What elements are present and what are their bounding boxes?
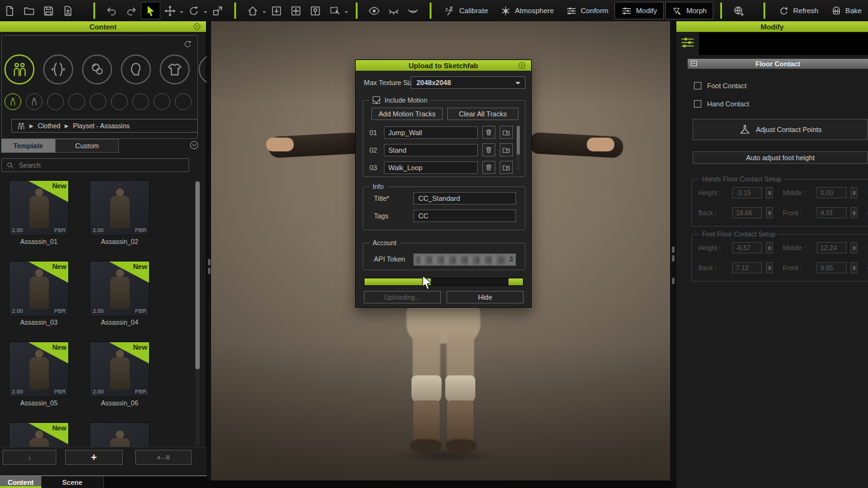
subcategory-empty-slot[interactable] — [47, 93, 64, 110]
hands-front-spinner[interactable] — [850, 207, 857, 218]
delete-track-icon[interactable] — [482, 143, 495, 156]
track-name-input[interactable] — [384, 161, 478, 174]
asset-thumbnail[interactable] — [90, 422, 150, 447]
eye-closed-icon[interactable] — [384, 2, 403, 19]
morph-button[interactable]: Morph — [665, 2, 714, 19]
open-folder-icon[interactable] — [19, 2, 39, 19]
conform-button[interactable]: Conform — [560, 2, 614, 19]
bake-button[interactable]: Bake — [825, 2, 868, 19]
grid-scrollbar[interactable] — [195, 180, 200, 445]
select-cursor-icon[interactable] — [141, 2, 160, 19]
hands-back-field[interactable]: 18.66 — [732, 207, 762, 218]
home-dropdown-caret[interactable] — [262, 11, 266, 15]
hide-button[interactable]: Hide — [447, 291, 524, 303]
marquee-select-icon[interactable] — [325, 2, 344, 19]
eye-open-icon[interactable] — [364, 2, 384, 19]
subcategory-avatar-icon[interactable] — [4, 93, 21, 110]
hand-contact-row[interactable]: Hand Contact — [694, 100, 749, 108]
download-asset-button[interactable]: ↓ — [3, 450, 56, 465]
tab-custom[interactable]: Custom — [55, 139, 119, 153]
tab-template[interactable]: Template — [1, 139, 55, 153]
subcategory-empty-slot[interactable] — [111, 93, 128, 110]
breadcrumb[interactable]: ▶ Clothed ▶ Playset - Assassins — [11, 119, 198, 133]
category-clothes-icon[interactable] — [160, 54, 190, 84]
fit-view-icon[interactable] — [286, 2, 306, 19]
bottom-tab-scene[interactable]: Scene — [41, 476, 104, 488]
adjust-contact-points-button[interactable]: Adjust Contact Points — [693, 119, 868, 140]
content-close-icon[interactable] — [193, 23, 201, 31]
category-material-icon[interactable] — [82, 54, 112, 84]
home-view-icon[interactable] — [243, 2, 262, 19]
export-track-icon[interactable] — [500, 161, 513, 174]
rotate-icon[interactable] — [184, 2, 204, 19]
hands-height-spinner[interactable] — [766, 187, 773, 198]
add-asset-button[interactable]: + — [65, 450, 123, 465]
hands-height-field[interactable]: -3.15 — [732, 187, 762, 198]
pin-view-icon[interactable] — [306, 2, 325, 19]
category-body-shape-icon[interactable] — [43, 54, 73, 84]
move-icon[interactable] — [160, 2, 180, 19]
3d-viewport[interactable]: Upload to Sketchfab Max Texture Size 204… — [211, 21, 670, 480]
hand-contact-checkbox[interactable] — [694, 100, 701, 108]
export-track-icon[interactable] — [500, 143, 513, 156]
delete-track-icon[interactable] — [482, 126, 495, 139]
rotate-dropdown-caret[interactable] — [204, 11, 207, 15]
feet-front-field[interactable]: 9.65 — [817, 262, 847, 273]
feet-front-spinner[interactable] — [850, 262, 857, 273]
asset-thumbnail[interactable]: New 2.00 PBR Assassin_05 — [9, 342, 69, 407]
dialog-title-bar[interactable]: Upload to Sketchfab — [356, 60, 531, 71]
asset-thumbnail[interactable]: 2.00 PBR Assassin_02 — [90, 180, 150, 245]
subcategory-empty-slot[interactable] — [68, 93, 85, 110]
undo-icon[interactable] — [102, 2, 121, 19]
feet-middle-spinner[interactable] — [850, 242, 857, 253]
breadcrumb-item-playset[interactable]: Playset - Assassins — [73, 122, 130, 130]
modify-button[interactable]: Modify — [614, 2, 664, 19]
track-list-scrollbar[interactable] — [517, 126, 520, 171]
dialog-close-icon[interactable] — [518, 61, 526, 69]
max-texture-size-dropdown[interactable]: 2048x2048 — [411, 76, 525, 89]
api-token-field[interactable]: 3 — [413, 253, 516, 266]
subcategory-empty-slot[interactable] — [90, 93, 106, 110]
include-motion-checkbox[interactable] — [373, 96, 380, 104]
delete-track-icon[interactable] — [482, 161, 495, 174]
hands-front-field[interactable]: 4.01 — [817, 207, 847, 218]
asset-thumbnail[interactable]: New — [9, 422, 69, 447]
calibrate-button[interactable]: Calibrate — [438, 2, 494, 19]
breadcrumb-item-clothed[interactable]: Clothed — [38, 122, 60, 130]
subcategory-figure-icon[interactable] — [26, 93, 43, 110]
scale-icon[interactable] — [208, 2, 227, 19]
export-track-icon[interactable] — [500, 126, 513, 139]
category-head-icon[interactable] — [121, 54, 151, 84]
new-file-icon[interactable] — [0, 2, 19, 19]
foot-contact-row[interactable]: Foot Contact — [694, 82, 747, 89]
clear-all-tracks-button[interactable]: Clear All Tracks — [447, 108, 519, 120]
feet-back-field[interactable]: 7.12 — [732, 262, 762, 273]
grid-scrollbar-thumb[interactable] — [195, 181, 200, 369]
search-input[interactable] — [19, 161, 184, 169]
feet-middle-field[interactable]: 12.24 — [817, 242, 847, 253]
convert-asset-button[interactable]: a→B — [135, 450, 192, 465]
refresh-content-icon[interactable] — [183, 39, 192, 49]
atmosphere-button[interactable]: Atmosphere — [494, 2, 560, 19]
track-name-input[interactable] — [384, 144, 478, 156]
import-box-icon[interactable] — [267, 2, 286, 19]
add-motion-tracks-button[interactable]: Add Motion Tracks — [371, 108, 443, 120]
hands-middle-field[interactable]: 0.00 — [817, 187, 847, 198]
eye-half-icon[interactable] — [403, 2, 423, 19]
collapse-minus-icon[interactable]: − — [691, 61, 697, 66]
feet-height-spinner[interactable] — [766, 242, 773, 253]
category-character-icon[interactable] — [4, 54, 34, 84]
search-box[interactable] — [1, 158, 189, 172]
track-name-input[interactable] — [384, 126, 478, 139]
subcategory-empty-slot[interactable] — [132, 93, 149, 110]
title-input[interactable]: CC_Standard — [413, 192, 516, 205]
tags-input[interactable]: CC — [413, 210, 516, 222]
floor-contact-section-header[interactable]: − Floor Contact — [688, 59, 868, 69]
hands-back-spinner[interactable] — [766, 207, 773, 218]
character-globe-icon[interactable] — [729, 2, 748, 19]
save-icon[interactable] — [39, 2, 58, 19]
collapse-chevron-icon[interactable] — [189, 140, 199, 150]
subcategory-empty-slot[interactable] — [175, 93, 192, 110]
subcategory-empty-slot[interactable] — [153, 93, 170, 110]
marquee-dropdown-caret[interactable] — [344, 11, 348, 15]
